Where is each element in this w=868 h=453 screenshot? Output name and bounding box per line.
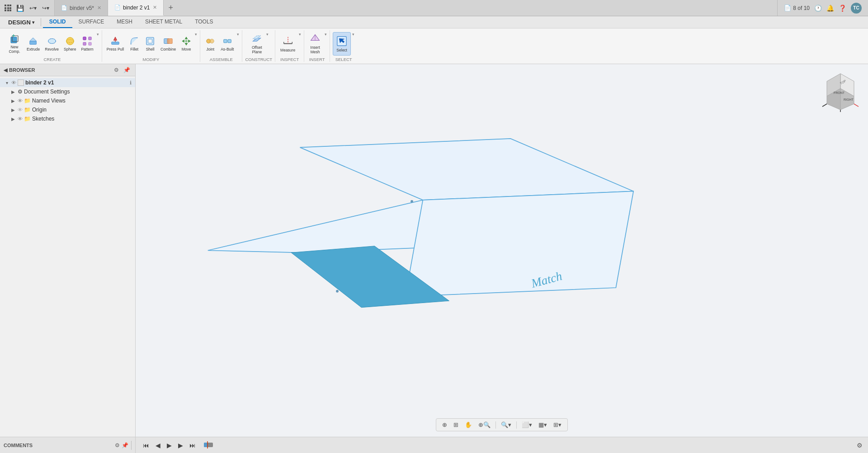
view-cube[interactable]: TOP FRONT RIGHT <box>820 71 861 112</box>
grid-display-button[interactable]: ▦▾ <box>536 420 549 430</box>
combine-button[interactable]: Combine <box>159 32 178 56</box>
ribbon-group-assemble: Joint As-Built ▾ ASSEMBLE <box>200 30 242 62</box>
move-button[interactable]: Move <box>179 32 193 56</box>
sphere-button[interactable]: Sphere <box>62 32 78 56</box>
add-tab-button[interactable]: + <box>164 0 178 16</box>
select-dropdown-arrow[interactable]: ▾ <box>352 32 354 37</box>
hand-button[interactable]: ✋ <box>462 420 474 430</box>
zoom-fit-button[interactable]: ⊕🔍 <box>476 420 493 430</box>
tree-item-doc-settings[interactable]: ▶ ⚙ Document Settings <box>0 87 135 96</box>
tab-binder-v5-label: binder v5* <box>70 5 94 11</box>
tab-close-binder-v5[interactable]: ✕ <box>97 5 101 11</box>
design-dropdown-button[interactable]: DESIGN ▾ <box>4 17 39 28</box>
tree-item-sketches[interactable]: ▶ 👁 📁 Sketches <box>0 114 135 123</box>
prev-frame-button[interactable]: ◀ <box>154 441 162 450</box>
zoom-button[interactable]: 🔍▾ <box>499 420 514 430</box>
measure-button[interactable]: Measure <box>278 32 297 56</box>
svg-rect-0 <box>11 37 17 43</box>
root-info-icon[interactable]: ℹ <box>130 80 132 86</box>
ribbon-group-construct: OffsetPlane ▾ CONSTRUCT <box>242 30 275 62</box>
insert-mesh-button[interactable]: InsertMesh <box>307 32 323 56</box>
as-built-joint-button[interactable]: As-Built <box>219 32 236 56</box>
revolve-button[interactable]: Revolve <box>43 32 61 56</box>
comments-settings-button[interactable]: ⚙ <box>115 442 120 448</box>
new-component-button[interactable]: NewComp. <box>5 32 24 56</box>
offset-plane-icon <box>251 33 263 44</box>
svg-rect-29 <box>228 39 231 42</box>
modify-group-label: MODIFY <box>143 57 160 62</box>
assemble-dropdown-arrow[interactable]: ▾ <box>237 32 239 37</box>
play-pause-button[interactable]: ▶ <box>165 441 174 450</box>
root-label: binder 2 v1 <box>25 79 128 86</box>
fillet-button[interactable]: Fillet <box>127 32 142 56</box>
create-dropdown-arrow[interactable]: ▾ <box>97 32 99 37</box>
joint-button[interactable]: Joint <box>203 32 217 56</box>
browser-settings-button[interactable]: ⚙ <box>113 66 120 74</box>
svg-rect-55 <box>204 443 208 447</box>
select-button[interactable]: Select <box>333 32 351 56</box>
tree-root-item[interactable]: ▾ 👁 binder 2 v1 ℹ <box>0 78 135 87</box>
tree-item-origin[interactable]: ▶ 👁 📁 Origin <box>0 105 135 114</box>
pan-button[interactable]: ⊞ <box>451 420 461 430</box>
construct-dropdown-arrow[interactable]: ▾ <box>266 32 269 37</box>
clock-button[interactable]: 🕐 <box>814 5 822 12</box>
svg-marker-15 <box>113 37 117 40</box>
revolve-label: Revolve <box>45 47 59 51</box>
viewport[interactable]: Match TOP FRONT RIGHT <box>136 64 868 437</box>
ribbon-tab-surface[interactable]: SURFACE <box>72 16 111 28</box>
svg-rect-10 <box>83 37 86 39</box>
offset-plane-button[interactable]: OffsetPlane <box>249 32 265 56</box>
pattern-button[interactable]: Pattern <box>79 32 95 56</box>
tab-binder-v5[interactable]: 📄 binder v5* ✕ <box>55 0 108 16</box>
tab-file-icon: 📄 <box>61 5 67 11</box>
next-frame-button[interactable]: ▶ <box>176 441 185 450</box>
ribbon-tab-sheet-metal[interactable]: SHEET METAL <box>139 16 189 28</box>
sphere-label: Sphere <box>64 47 76 51</box>
timeline-icon[interactable] <box>203 439 214 451</box>
timeline-settings-button[interactable]: ⚙ <box>857 442 863 449</box>
svg-marker-5 <box>29 37 36 41</box>
ribbon-tab-tools[interactable]: TOOLS <box>189 16 219 28</box>
browser-header: ◀ BROWSER ⚙ 📌 <box>0 64 135 76</box>
measure-label: Measure <box>280 48 295 52</box>
insert-dropdown-arrow[interactable]: ▾ <box>325 32 327 37</box>
tab-binder2-v1-label: binder 2 v1 <box>123 5 150 11</box>
redo-button[interactable]: ↪▾ <box>41 4 51 12</box>
tab-close-binder2-v1[interactable]: ✕ <box>153 5 157 10</box>
named-views-eye-icon: 👁 <box>18 98 23 103</box>
undo-button[interactable]: ↩▾ <box>28 4 38 12</box>
notification-button[interactable]: 🔔 <box>826 5 834 12</box>
press-pull-button[interactable]: Press Pull <box>105 32 126 56</box>
first-frame-button[interactable]: ⏮ <box>141 441 151 450</box>
select-label: Select <box>336 48 347 52</box>
settings-view-button[interactable]: ⊞▾ <box>551 420 564 430</box>
ribbon-tab-mesh[interactable]: MESH <box>110 16 139 28</box>
fillet-icon <box>129 36 139 46</box>
svg-marker-38 <box>300 139 634 200</box>
document-badge: 📄 8 of 10 <box>784 5 810 11</box>
browser-pin-button[interactable]: 📌 <box>122 66 132 74</box>
svg-marker-22 <box>185 43 188 45</box>
ribbon-tab-solid[interactable]: SOLID <box>43 16 72 28</box>
save-button[interactable]: 💾 <box>15 4 25 13</box>
new-component-icon <box>9 33 20 44</box>
doc-gear-icon: ⚙ <box>18 89 23 95</box>
comments-pin-button[interactable]: 📌 <box>122 442 128 448</box>
modify-dropdown-arrow[interactable]: ▾ <box>195 32 197 37</box>
svg-rect-13 <box>89 42 91 45</box>
inspect-dropdown-arrow[interactable]: ▾ <box>299 32 301 37</box>
orbit-button[interactable]: ⊕ <box>440 420 449 430</box>
last-frame-button[interactable]: ⏭ <box>188 441 198 450</box>
grid-menu-icon[interactable] <box>4 4 12 12</box>
tab-binder2-v1[interactable]: 📄 binder 2 v1 ✕ <box>108 0 164 16</box>
origin-folder-icon: 📁 <box>24 107 31 113</box>
shell-button[interactable]: Shell <box>143 32 157 56</box>
display-mode-button[interactable]: ⬜▾ <box>519 420 534 430</box>
user-avatar[interactable]: TC <box>851 3 862 14</box>
combine-label: Combine <box>160 47 176 51</box>
tree-item-named-views[interactable]: ▶ 👁 📁 Named Views <box>0 96 135 105</box>
extrude-button[interactable]: Extrude <box>25 32 42 56</box>
help-button[interactable]: ❓ <box>839 5 846 12</box>
joint-icon <box>205 36 215 46</box>
create-group-label: CREATE <box>44 57 61 62</box>
